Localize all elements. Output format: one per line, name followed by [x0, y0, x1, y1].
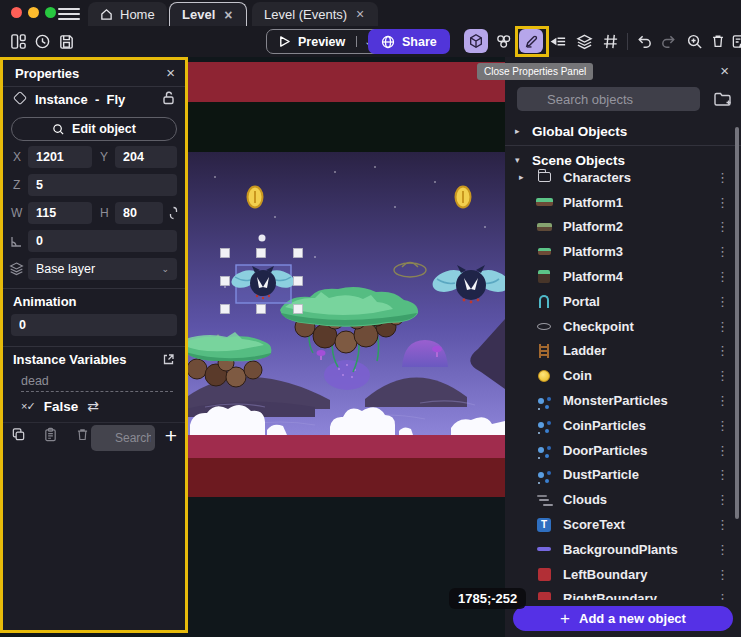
coin-instance[interactable]	[456, 187, 471, 208]
unlock-icon[interactable]	[162, 91, 175, 109]
tab-level[interactable]: Level ×	[169, 2, 247, 26]
layers-icon	[576, 33, 593, 50]
instances-list-button[interactable]	[546, 29, 570, 53]
object-list-item[interactable]: ▸Coin⋮	[505, 363, 741, 388]
variables-search-input[interactable]	[91, 425, 155, 451]
zoom-in-button[interactable]	[682, 29, 706, 53]
share-button[interactable]: Share	[368, 29, 450, 54]
angle-input[interactable]	[28, 230, 177, 252]
link-dimensions-icon[interactable]	[168, 206, 179, 224]
object-list-item[interactable]: ▸BackgroundPlants⋮	[505, 537, 741, 562]
object-list-item[interactable]: ▸TScoreText⋮	[505, 512, 741, 537]
object-list-item[interactable]: ▸CoinParticles⋮	[505, 413, 741, 438]
object-name: DustParticle	[563, 467, 639, 482]
cube-3d-icon	[468, 33, 484, 49]
layer-select[interactable]: Base layer ⌄	[28, 258, 177, 280]
history-button[interactable]	[30, 29, 54, 53]
redo-button[interactable]	[656, 29, 680, 53]
tab-level-events[interactable]: Level (Events) ×	[252, 2, 378, 26]
object-list-item[interactable]: ▸Characters⋮	[505, 165, 741, 190]
width-input[interactable]	[28, 202, 92, 224]
kebab-menu-icon[interactable]: ⋮	[713, 195, 732, 210]
variable-value: False	[44, 399, 79, 414]
kebab-menu-icon[interactable]: ⋮	[713, 443, 732, 458]
object-list-item[interactable]: ▸DoorParticles⋮	[505, 438, 741, 463]
kebab-menu-icon[interactable]: ⋮	[713, 393, 732, 408]
boundary-icon	[538, 568, 551, 581]
kebab-menu-icon[interactable]: ⋮	[713, 269, 732, 284]
undo-button[interactable]	[632, 29, 656, 53]
copy-icon[interactable]	[11, 427, 26, 446]
close-icon[interactable]: ×	[354, 6, 366, 22]
close-icon[interactable]: ×	[166, 64, 175, 81]
close-icon[interactable]: ×	[720, 62, 729, 79]
object-list-item[interactable]: ▸Platform2⋮	[505, 215, 741, 240]
kebab-menu-icon[interactable]: ⋮	[713, 319, 732, 334]
kebab-menu-icon[interactable]: ⋮	[713, 244, 732, 259]
object-name: Ladder	[563, 343, 606, 358]
selected-fly-instance[interactable]	[229, 265, 297, 303]
grid-button[interactable]	[598, 29, 622, 53]
object-groups-button[interactable]	[491, 29, 515, 53]
kebab-menu-icon[interactable]: ⋮	[713, 343, 732, 358]
layers-button[interactable]	[572, 29, 596, 53]
z-input[interactable]	[28, 174, 177, 196]
window-minimize-button[interactable]	[28, 7, 39, 18]
chevron-right-icon[interactable]: ▸	[519, 172, 533, 182]
window-zoom-button[interactable]	[45, 7, 56, 18]
layout-panels-button[interactable]	[6, 29, 30, 53]
kebab-menu-icon[interactable]: ⋮	[713, 542, 732, 557]
close-icon[interactable]: ×	[222, 7, 234, 23]
y-input[interactable]	[115, 146, 177, 168]
section-global-objects[interactable]: ▸ Global Objects	[505, 120, 741, 142]
object-list-item[interactable]: ▸MonsterParticles⋮	[505, 388, 741, 413]
object-list-item[interactable]: ▸Portal⋮	[505, 289, 741, 314]
search-objects-input[interactable]	[517, 87, 700, 111]
properties-panel-button[interactable]	[519, 29, 543, 53]
paste-icon[interactable]	[43, 427, 58, 446]
window-close-button[interactable]	[11, 7, 22, 18]
coin-instance[interactable]	[248, 187, 263, 208]
object-list-item[interactable]: ▸LeftBoundary⋮	[505, 562, 741, 587]
scene-canvas[interactable]	[185, 57, 505, 637]
project-notes-button[interactable]	[727, 29, 741, 53]
trash-icon[interactable]	[75, 427, 90, 446]
object-list-item[interactable]: ▸Checkpoint⋮	[505, 314, 741, 339]
animation-input[interactable]	[11, 314, 177, 336]
kebab-menu-icon[interactable]: ⋮	[713, 517, 732, 532]
add-folder-icon[interactable]	[713, 90, 732, 112]
scrollbar[interactable]	[735, 127, 739, 519]
x-input[interactable]	[28, 146, 92, 168]
toggle-value-icon[interactable]: ⇄	[87, 398, 99, 414]
kebab-menu-icon[interactable]: ⋮	[713, 492, 732, 507]
kebab-menu-icon[interactable]: ⋮	[713, 418, 732, 433]
variable-name[interactable]: dead	[21, 374, 173, 392]
kebab-menu-icon[interactable]: ⋮	[713, 219, 732, 234]
kebab-menu-icon[interactable]: ⋮	[713, 170, 732, 185]
save-button[interactable]	[54, 29, 78, 53]
instance-icon	[13, 91, 27, 105]
object-list-item[interactable]: ▸Ladder⋮	[505, 339, 741, 364]
edit-object-button[interactable]: Edit object	[11, 117, 177, 141]
object-list-item[interactable]: ▸Platform1⋮	[505, 190, 741, 215]
toggle-3d-button[interactable]	[464, 29, 488, 53]
object-list-item[interactable]: ▸Platform4⋮	[505, 264, 741, 289]
kebab-menu-icon[interactable]: ⋮	[713, 467, 732, 482]
object-list-item[interactable]: ▸Clouds⋮	[505, 487, 741, 512]
add-object-button[interactable]: + Add a new object	[513, 606, 733, 631]
tab-home[interactable]: Home	[88, 2, 167, 26]
kebab-menu-icon[interactable]: ⋮	[713, 368, 732, 383]
kebab-menu-icon[interactable]: ⋮	[713, 294, 732, 309]
object-list-item[interactable]: ▸DustParticle⋮	[505, 463, 741, 488]
add-variable-button[interactable]: +	[165, 424, 177, 448]
preview-button[interactable]: Preview ⌄	[266, 29, 381, 54]
hamburger-menu-icon[interactable]	[58, 5, 80, 21]
kebab-menu-icon[interactable]: ⋮	[713, 567, 732, 582]
share-label: Share	[402, 35, 437, 49]
height-input[interactable]	[115, 202, 163, 224]
object-name: Platform3	[563, 244, 623, 259]
open-variables-icon[interactable]	[162, 352, 175, 370]
objects-panel: Objects × ▸ Global Objects ▾ Scene Objec…	[505, 57, 741, 637]
object-list-item[interactable]: ▸Platform3⋮	[505, 239, 741, 264]
variable-value-row[interactable]: ×✓ False ⇄	[21, 398, 99, 414]
